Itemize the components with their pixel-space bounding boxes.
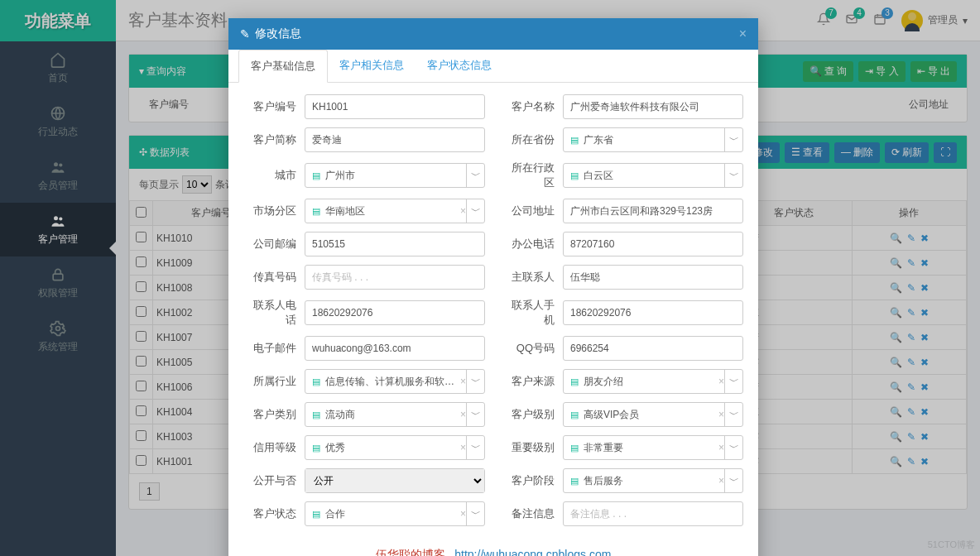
tab-related[interactable]: 客户相关信息 bbox=[328, 50, 416, 82]
input-province[interactable]: ▤广东省﹀ bbox=[563, 127, 743, 152]
input-city[interactable]: ▤广州市﹀ bbox=[305, 163, 485, 188]
input-zip[interactable] bbox=[305, 232, 485, 256]
input-stage[interactable]: ▤售后服务×﹀ bbox=[563, 468, 743, 493]
document-icon: ▤ bbox=[312, 410, 320, 420]
document-icon: ▤ bbox=[570, 135, 579, 146]
chevron-down-icon[interactable]: ﹀ bbox=[724, 403, 742, 426]
label-name: 客户名称 bbox=[502, 99, 563, 114]
field-level: 客户级别▤高级VIP会员×﹀ bbox=[502, 402, 743, 427]
input-note[interactable] bbox=[563, 501, 743, 526]
chevron-down-icon[interactable]: ﹀ bbox=[724, 370, 742, 393]
document-icon: ▤ bbox=[312, 376, 320, 387]
input-code[interactable] bbox=[305, 94, 485, 119]
input-phone[interactable] bbox=[305, 300, 485, 325]
label-addr: 公司地址 bbox=[502, 204, 563, 218]
clear-icon[interactable]: × bbox=[718, 442, 724, 453]
label-mobile: 联系人手机 bbox=[502, 298, 563, 328]
modal-tabs: 客户基础信息 客户相关信息 客户状态信息 bbox=[228, 50, 758, 83]
chevron-down-icon[interactable]: ﹀ bbox=[724, 469, 742, 492]
label-public: 公开与否 bbox=[243, 473, 305, 488]
clear-icon[interactable]: × bbox=[718, 409, 724, 420]
clear-icon[interactable]: × bbox=[460, 376, 466, 387]
input-source[interactable]: ▤朋友介绍×﹀ bbox=[563, 369, 743, 394]
input-imp[interactable]: ▤非常重要×﹀ bbox=[563, 435, 743, 460]
input-ctype[interactable]: ▤流动商×﹀ bbox=[305, 402, 485, 427]
field-note: 备注信息 bbox=[502, 501, 743, 526]
clear-icon[interactable]: × bbox=[460, 205, 466, 217]
clear-icon[interactable]: × bbox=[460, 442, 466, 453]
document-icon: ▤ bbox=[312, 206, 320, 217]
field-mobile: 联系人手机 bbox=[502, 298, 743, 328]
input-cstatus[interactable]: ▤合作×﹀ bbox=[305, 501, 485, 526]
input-qq[interactable] bbox=[563, 336, 743, 361]
input-level[interactable]: ▤高级VIP会员×﹀ bbox=[563, 402, 743, 427]
label-email: 电子邮件 bbox=[243, 341, 305, 356]
input-district[interactable]: ▤白云区﹀ bbox=[563, 163, 743, 188]
pencil-icon: ✎ bbox=[240, 27, 250, 41]
field-source: 客户来源▤朋友介绍×﹀ bbox=[502, 369, 743, 394]
chevron-down-icon[interactable]: ﹀ bbox=[466, 436, 484, 459]
field-name: 客户名称 bbox=[502, 94, 743, 119]
label-zip: 公司邮编 bbox=[243, 237, 305, 252]
document-icon: ▤ bbox=[312, 509, 320, 520]
tab-basic[interactable]: 客户基础信息 bbox=[238, 50, 328, 83]
chevron-down-icon[interactable]: ﹀ bbox=[724, 128, 742, 151]
input-email[interactable] bbox=[305, 336, 485, 361]
field-short: 客户简称 bbox=[243, 127, 485, 152]
document-icon: ▤ bbox=[312, 170, 320, 181]
input-addr[interactable] bbox=[563, 199, 743, 223]
field-city: 城市▤广州市﹀ bbox=[243, 161, 485, 190]
label-credit: 信用等级 bbox=[243, 440, 305, 455]
clear-icon[interactable]: × bbox=[460, 409, 466, 420]
clear-icon[interactable]: × bbox=[460, 508, 466, 520]
chevron-down-icon[interactable]: ﹀ bbox=[466, 403, 484, 426]
input-credit[interactable]: ▤优秀×﹀ bbox=[305, 435, 485, 460]
chevron-down-icon[interactable]: ﹀ bbox=[466, 164, 484, 187]
blog-link[interactable]: 伍华聪的博客 http://wuhuacong.cnblogs.com bbox=[228, 539, 758, 556]
label-district: 所在行政区 bbox=[502, 161, 563, 190]
label-city: 城市 bbox=[243, 168, 305, 183]
input-short[interactable] bbox=[305, 127, 485, 152]
input-fax[interactable] bbox=[305, 265, 485, 290]
field-contact: 主联系人 bbox=[502, 265, 743, 290]
label-ctype: 客户类别 bbox=[243, 407, 305, 422]
input-name[interactable] bbox=[563, 94, 743, 119]
input-market[interactable]: ▤华南地区×﹀ bbox=[305, 199, 485, 223]
close-icon[interactable]: × bbox=[739, 26, 747, 41]
chevron-down-icon[interactable]: ﹀ bbox=[466, 199, 484, 223]
label-tel: 办公电话 bbox=[502, 237, 563, 252]
field-fax: 传真号码 bbox=[243, 265, 485, 290]
field-province: 所在省份▤广东省﹀ bbox=[502, 127, 743, 152]
label-cstatus: 客户状态 bbox=[243, 506, 305, 521]
clear-icon[interactable]: × bbox=[718, 376, 724, 387]
label-phone: 联系人电话 bbox=[243, 298, 305, 328]
input-industry[interactable]: ▤信息传输、计算机服务和软…×﹀ bbox=[305, 369, 485, 394]
field-zip: 公司邮编 bbox=[243, 232, 485, 256]
label-contact: 主联系人 bbox=[502, 270, 563, 285]
chevron-down-icon[interactable]: ﹀ bbox=[724, 436, 742, 459]
watermark: 51CTO博客 bbox=[928, 539, 975, 551]
label-code: 客户编号 bbox=[243, 99, 305, 114]
label-qq: QQ号码 bbox=[502, 341, 563, 356]
field-public: 公开与否公开 bbox=[243, 468, 485, 493]
field-industry: 所属行业▤信息传输、计算机服务和软…×﹀ bbox=[243, 369, 485, 394]
chevron-down-icon[interactable]: ﹀ bbox=[466, 502, 484, 525]
field-qq: QQ号码 bbox=[502, 336, 743, 361]
document-icon: ▤ bbox=[312, 443, 320, 453]
chevron-down-icon[interactable]: ﹀ bbox=[724, 164, 742, 187]
clear-icon[interactable]: × bbox=[718, 475, 724, 486]
field-imp: 重要级别▤非常重要×﹀ bbox=[502, 435, 743, 460]
input-public[interactable]: 公开 bbox=[305, 468, 485, 493]
tab-status[interactable]: 客户状态信息 bbox=[416, 50, 503, 82]
label-province: 所在省份 bbox=[502, 132, 563, 147]
field-tel: 办公电话 bbox=[502, 232, 743, 256]
label-note: 备注信息 bbox=[502, 506, 563, 521]
input-tel[interactable] bbox=[563, 232, 743, 256]
document-icon: ▤ bbox=[570, 376, 579, 387]
input-contact[interactable] bbox=[563, 265, 743, 290]
field-ctype: 客户类别▤流动商×﹀ bbox=[243, 402, 485, 427]
label-source: 客户来源 bbox=[502, 374, 563, 389]
label-level: 客户级别 bbox=[502, 407, 563, 422]
chevron-down-icon[interactable]: ﹀ bbox=[466, 370, 484, 393]
input-mobile[interactable] bbox=[563, 300, 743, 325]
